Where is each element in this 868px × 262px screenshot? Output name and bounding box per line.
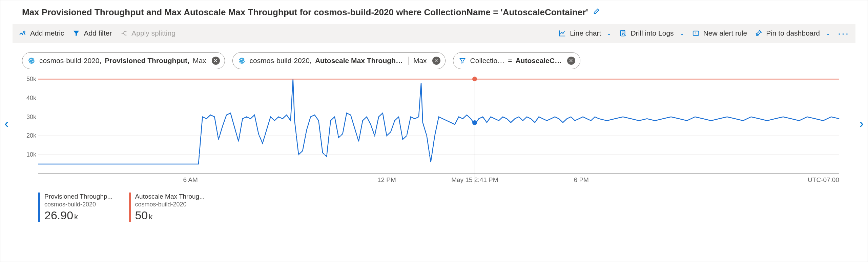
aggregation: Max [193,57,206,65]
y-tick-label: 40k [26,94,36,101]
add-filter-button[interactable]: Add filter [72,29,112,37]
x-tick-label: 6 AM [183,176,198,184]
legend-series-name: Autoscale Max Throug... [135,193,205,201]
logs-icon [619,29,627,37]
scope-name: cosmos-build-2020, [39,57,101,65]
legend-series-name: Provisioned Throughp... [44,193,112,201]
grid-line [38,98,839,98]
grid-line [38,117,839,117]
cursor-time-label: May 15 2:41 PM [451,176,498,184]
cursor-point [472,120,477,125]
apply-splitting-label: Apply splitting [131,29,175,37]
y-tick-label: 20k [26,132,36,139]
filter-icon [72,29,80,37]
metric-name: Autoscale Max Through… [315,57,403,65]
legend-scope: cosmos-build-2020 [135,201,205,208]
grid-line [38,79,839,79]
add-filter-label: Add filter [84,29,112,37]
chart-type-button[interactable]: Line chart ⌄ [558,29,612,37]
splitting-icon [120,29,128,37]
page-title: Max Provisioned Throughput and Max Autos… [22,7,855,18]
filter-icon [458,56,467,65]
alert-icon [692,29,700,37]
pin-dashboard-label: Pin to dashboard [766,29,820,37]
chevron-down-icon: ⌄ [606,29,612,37]
metrics-panel: Max Provisioned Throughput and Max Autos… [0,0,868,262]
grid-line [38,155,839,155]
x-tick-label: 6 PM [574,176,589,184]
new-alert-label: New alert rule [703,29,747,37]
legend-item[interactable]: Provisioned Throughp... cosmos-build-202… [38,193,112,222]
cosmos-icon [237,56,246,65]
new-alert-button[interactable]: New alert rule [692,29,747,37]
remove-pill-icon[interactable]: ✕ [567,57,575,65]
line-chart-icon [558,29,566,37]
add-metric-button[interactable]: Add metric [19,29,64,37]
cursor-point [472,77,477,81]
query-pills: cosmos-build-2020, Provisioned Throughpu… [22,52,855,69]
series-line [38,79,839,164]
edit-title-icon[interactable] [593,8,601,16]
y-tick-label: 50k [26,76,36,83]
metric-pill[interactable]: cosmos-build-2020, Autoscale Max Through… [232,52,446,69]
chart-area: ‹ › 10k20k30k40k50k UTC-07:00 6 AM12 PM6… [13,75,855,222]
filter-pill[interactable]: Collectio… = AutoscaleC… ✕ [453,52,580,69]
aggregation: Max [408,57,427,65]
chart-legend: Provisioned Throughp... cosmos-build-202… [38,193,853,222]
x-tick-label: 12 PM [377,176,396,184]
y-tick-label: 10k [26,151,36,158]
svg-point-4 [239,58,245,64]
toolbar: Add metric Add filter Apply splitting [13,24,855,43]
filter-op: = [508,57,512,65]
metric-name: Provisioned Throughput, [105,57,189,65]
x-axis-labels: UTC-07:00 6 AM12 PM6 PMMay 15 2:41 PM [38,176,839,186]
chart-type-label: Line chart [570,29,601,37]
drill-logs-label: Drill into Logs [631,29,674,37]
chevron-down-icon: ⌄ [825,29,830,37]
legend-item[interactable]: Autoscale Max Throug... cosmos-build-202… [129,193,205,222]
y-tick-label: 30k [26,113,36,120]
prev-time-button[interactable]: ‹ [4,116,9,131]
title-text: Max Provisioned Throughput and Max Autos… [22,7,588,17]
svg-point-2 [28,58,35,64]
legend-value: 50k [135,209,205,222]
remove-pill-icon[interactable]: ✕ [212,57,220,65]
chevron-down-icon: ⌄ [679,29,684,37]
pin-icon [755,29,763,37]
next-time-button[interactable]: › [859,116,864,131]
chart-series [38,75,839,174]
chart-plot[interactable]: 10k20k30k40k50k [38,75,839,174]
filter-value: AutoscaleC… [515,57,562,65]
add-metric-label: Add metric [30,29,64,37]
apply-splitting-button: Apply splitting [120,29,175,37]
grid-line [38,136,839,136]
pin-dashboard-button[interactable]: Pin to dashboard ⌄ [755,29,830,37]
filter-field: Collectio… [470,57,505,65]
cosmos-icon [27,56,36,65]
metric-pill[interactable]: cosmos-build-2020, Provisioned Throughpu… [22,52,225,69]
legend-value: 26.90k [44,209,112,222]
scope-name: cosmos-build-2020, [250,57,312,65]
remove-pill-icon[interactable]: ✕ [432,57,440,65]
drill-logs-button[interactable]: Drill into Logs ⌄ [619,29,684,37]
add-metric-icon [19,29,27,37]
timezone-label: UTC-07:00 [808,176,839,184]
time-cursor[interactable] [475,75,475,184]
legend-scope: cosmos-build-2020 [44,201,112,208]
